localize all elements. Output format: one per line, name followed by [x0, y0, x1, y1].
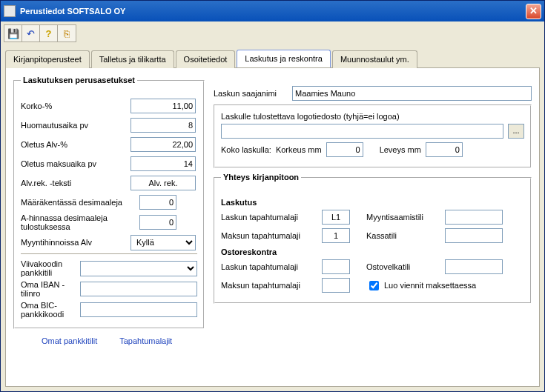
floppy-icon: 💾 — [7, 28, 19, 39]
undo-button[interactable]: ↶ — [22, 25, 40, 41]
laskutus-title: Laskutus — [221, 198, 524, 207]
osto-laskun-laji-label: Laskun tapahtumalaji — [221, 262, 317, 271]
leveys-label: Leveys mm — [380, 145, 421, 154]
toolbar-group: 💾 ↶ ? ⎘ — [4, 24, 76, 42]
titlebar: Perustiedot SOFTSALO OY ✕ — [1, 1, 544, 21]
viivakoodi-select[interactable] — [80, 261, 197, 276]
bic-input[interactable] — [80, 302, 197, 317]
help-icon: ? — [46, 28, 52, 39]
maara-input[interactable] — [139, 195, 176, 210]
window-title: Perustiedot SOFTSALO OY — [20, 7, 125, 16]
toolbar: 💾 ↶ ? ⎘ — [1, 21, 544, 45]
ostovelkatili-input[interactable] — [445, 259, 503, 274]
saajanimi-label: Laskun saajanimi — [214, 89, 288, 98]
huomautusaika-input[interactable] — [131, 118, 196, 133]
kassatili-input[interactable] — [445, 228, 503, 243]
luoviennit-text: Luo viennit maksettaessa — [384, 281, 476, 290]
saajanimi-input[interactable] — [292, 86, 532, 101]
omat-pankkitilit-link[interactable]: Omat pankkitilit — [42, 336, 97, 345]
myyntialv-label: Myyntihinnoissa Alv — [21, 238, 131, 247]
viivakoodi-label: Viivakoodin pankkitili — [21, 259, 80, 277]
maksuaika-input[interactable] — [131, 156, 196, 171]
links-row: Omat pankkitilit Tapahtumalajit — [13, 336, 532, 345]
maara-label: Määräkentässä desimaaleja — [21, 198, 139, 207]
help-button[interactable]: ? — [40, 25, 58, 41]
close-button[interactable]: ✕ — [526, 4, 541, 19]
tab-laskutus-reskontra[interactable]: Laskutus ja reskontra — [237, 50, 331, 67]
logo-label: Laskulle tulostettava logotiedosto (tyhj… — [221, 112, 524, 121]
ostovelkatili-label: Ostovelkatili — [366, 262, 440, 271]
osto-maksun-laji-input[interactable] — [322, 278, 350, 293]
myyntialv-select[interactable]: Kyllä — [131, 235, 196, 250]
huomautusaika-label: Huomautusaika pv — [21, 121, 131, 130]
tab-panel: Laskutuksen perusasetukset Korko-% Huoma… — [5, 67, 540, 387]
save-button[interactable]: 💾 — [4, 25, 22, 41]
myyntisaamistili-input[interactable] — [445, 210, 503, 225]
osto-laskun-laji-input[interactable] — [322, 259, 350, 274]
tapahtumalajit-link[interactable]: Tapahtumalajit — [119, 336, 172, 345]
maksun-laji-label: Maksun tapahtumalaji — [221, 231, 317, 240]
maksun-laji-input[interactable] — [322, 228, 350, 243]
korkeus-input[interactable] — [326, 142, 363, 157]
oletusalv-input[interactable] — [131, 137, 196, 152]
tab-kirjanpitoperusteet[interactable]: Kirjanpitoperusteet — [5, 50, 90, 68]
perusasetukset-group: Laskutuksen perusasetukset Korko-% Huoma… — [13, 80, 205, 329]
laskun-laji-input[interactable] — [322, 210, 350, 225]
korkeus-label: Korkeus mm — [276, 145, 322, 154]
logo-input[interactable] — [221, 124, 503, 139]
korko-input[interactable] — [131, 99, 196, 113]
iban-label: Oma IBAN -tilinro — [21, 280, 80, 298]
alvrek-label: Alv.rek. -teksti — [21, 179, 131, 187]
logo-browse-button[interactable]: ... — [508, 124, 524, 139]
tab-osoitetiedot[interactable]: Osoitetiedot — [176, 50, 236, 68]
perusasetukset-legend: Laskutuksen perusasetukset — [21, 76, 137, 84]
kassatili-label: Kassatili — [366, 231, 440, 240]
ahinta-label: A-hinnassa desimaaleja tulostuksessa — [21, 213, 139, 231]
tabs: Kirjanpitoperusteet Talletus ja tilikart… — [1, 50, 544, 67]
exit-icon: ⎘ — [64, 28, 70, 39]
tab-muunnostaulut[interactable]: Muunnostaulut ym. — [332, 50, 417, 68]
undo-icon: ↶ — [27, 28, 35, 39]
yhteys-group: Yhteys kirjanpitoon Laskutus Laskun tapa… — [214, 177, 532, 304]
right-column: Laskun saajanimi Laskulle tulostettava l… — [214, 76, 532, 329]
maksuaika-label: Oletus maksuaika pv — [21, 159, 131, 168]
korko-label: Korko-% — [21, 102, 131, 110]
bic-label: Oma BIC-pankkikoodi — [21, 301, 80, 319]
oletusalv-label: Oletus Alv-% — [21, 140, 131, 149]
exit-button[interactable]: ⎘ — [58, 25, 76, 41]
divider — [21, 253, 197, 255]
logo-box: Laskulle tulostettava logotiedosto (tyhj… — [214, 104, 532, 168]
alvrek-input[interactable] — [131, 176, 196, 190]
iban-input[interactable] — [80, 282, 197, 296]
laskun-laji-label: Laskun tapahtumalaji — [221, 213, 317, 222]
luoviennit-checkbox-label[interactable]: Luo viennit maksettaessa — [366, 279, 476, 293]
app-icon — [4, 5, 16, 17]
luoviennit-checkbox[interactable] — [369, 281, 379, 290]
osto-maksun-laji-label: Maksun tapahtumalaji — [221, 281, 317, 290]
ahinta-input[interactable] — [139, 215, 176, 230]
myyntisaamistili-label: Myyntisaamistili — [366, 213, 440, 222]
leveys-input[interactable] — [426, 142, 463, 157]
yhteys-legend: Yhteys kirjanpitoon — [221, 173, 301, 182]
koko-label: Koko laskulla: — [221, 145, 271, 154]
tab-talletus-tilikartta[interactable]: Talletus ja tilikartta — [91, 50, 174, 68]
ostoreskontra-title: Ostoreskontra — [221, 248, 524, 256]
app-window: Perustiedot SOFTSALO OY ✕ 💾 ↶ ? ⎘ Kirjan… — [0, 0, 545, 392]
